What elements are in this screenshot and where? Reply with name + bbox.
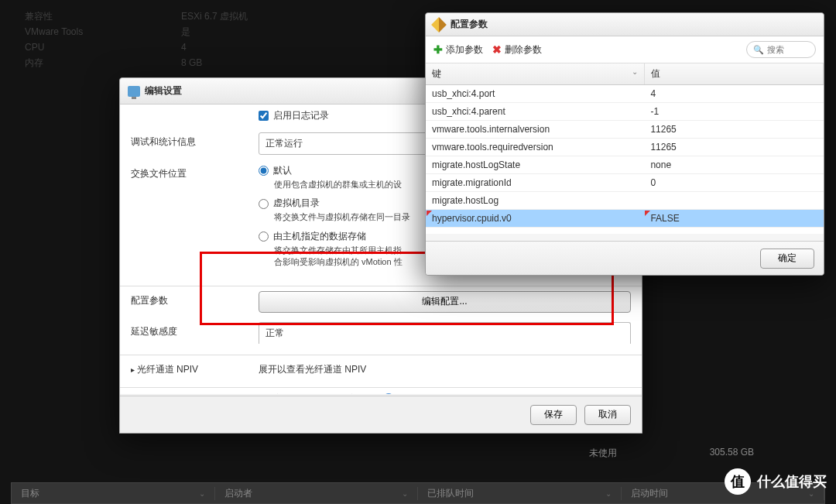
latency-select[interactable]: 正常 <box>259 322 631 344</box>
search-input[interactable] <box>767 45 806 54</box>
config-dialog-title: 配置参数 <box>451 18 488 31</box>
vbs-label: VBS <box>131 393 259 394</box>
col-value[interactable]: 值 <box>644 63 823 85</box>
plus-icon: ✚ <box>433 43 443 56</box>
search-icon: 🔍 <box>753 45 764 55</box>
bottom-tab-bar: 目标⌄ 启动者⌄ 已排队时间⌄ 启动时间⌄ <box>11 482 825 504</box>
debug-stats-label: 调试和统计信息 <box>131 132 259 149</box>
vbs-text: 启用基于虚拟化的安全性 <box>273 393 375 394</box>
config-dialog-footer: 确定 <box>426 241 824 275</box>
table-row[interactable]: vmware.tools.requiredversion11265 <box>426 139 824 156</box>
info-icon[interactable]: i <box>383 393 394 394</box>
config-toolbar: ✚ 添加参数 ✖ 删除参数 🔍 <box>426 36 824 63</box>
params-tbody: usb_xhci:4.port4usb_xhci:4.parent-1vmwar… <box>426 85 824 228</box>
chevron-down-icon: ⌄ <box>632 67 638 76</box>
watermark-text: 什么值得买 <box>757 472 827 491</box>
swap-file-label: 交换文件位置 <box>131 164 259 180</box>
table-row[interactable]: usb_xhci:4.parent-1 <box>426 103 824 121</box>
save-button[interactable]: 保存 <box>530 405 577 425</box>
storage-info: 未使用 305.58 GB <box>589 447 754 460</box>
edit-dialog-title: 编辑设置 <box>145 84 182 98</box>
watermark-logo: 值 <box>725 468 751 495</box>
tab-initiator[interactable]: 启动者⌄ <box>215 487 419 500</box>
search-box[interactable]: 🔍 <box>746 41 816 58</box>
table-row[interactable]: vmware.tools.internalversion11265 <box>426 121 824 139</box>
npiv-value: 展开以查看光纤通道 NPIV <box>259 360 631 376</box>
cancel-button[interactable]: 取消 <box>584 405 631 425</box>
table-row[interactable]: usb_xhci:4.port4 <box>426 85 824 103</box>
edit-config-button[interactable]: 编辑配置... <box>259 291 631 313</box>
npiv-label[interactable]: 光纤通道 NPIV <box>131 360 259 376</box>
config-params-label: 配置参数 <box>131 291 259 307</box>
config-dialog-header[interactable]: 配置参数 <box>426 13 824 36</box>
params-table: 键⌄ 值 usb_xhci:4.port4usb_xhci:4.parent-1… <box>426 63 824 228</box>
table-row[interactable]: migrate.hostLog <box>426 192 824 210</box>
delete-param-button[interactable]: ✖ 删除参数 <box>492 43 542 57</box>
x-icon: ✖ <box>492 43 502 56</box>
enable-logging-label: 启用日志记录 <box>273 109 329 122</box>
pencil-icon <box>431 17 447 33</box>
edit-dialog-footer: 保存 取消 <box>120 396 642 433</box>
watermark: 值 什么值得买 <box>725 468 827 495</box>
tab-queued[interactable]: 已排队时间⌄ <box>418 487 622 500</box>
ok-button[interactable]: 确定 <box>760 249 814 269</box>
vm-icon <box>128 86 140 97</box>
add-param-button[interactable]: ✚ 添加参数 <box>433 43 483 57</box>
config-params-dialog: 配置参数 ✚ 添加参数 ✖ 删除参数 🔍 键⌄ 值 usb_xhci:4.por… <box>425 12 824 276</box>
latency-label: 延迟敏感度 <box>131 322 259 338</box>
enable-logging-checkbox[interactable] <box>259 111 269 121</box>
table-row[interactable]: migrate.hostLogStatenone <box>426 156 824 174</box>
tab-target[interactable]: 目标⌄ <box>12 487 215 500</box>
col-key[interactable]: 键⌄ <box>426 63 644 85</box>
table-row[interactable]: migrate.migrationId0 <box>426 174 824 192</box>
table-row-selected[interactable]: hypervisor.cpuid.v0FALSE <box>426 210 824 228</box>
